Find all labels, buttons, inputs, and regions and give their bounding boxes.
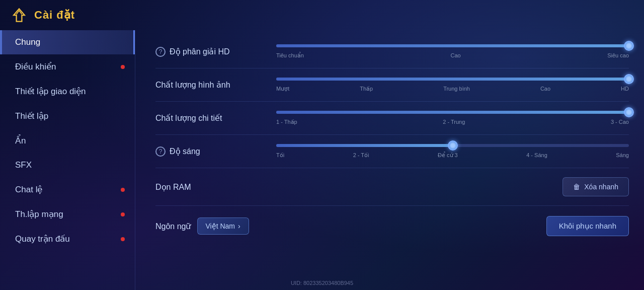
logo-icon — [10, 6, 28, 24]
sidebar-label-dieu-khien: Điều khiển — [15, 62, 56, 71]
brightness-label-0: Tối — [276, 152, 284, 159]
language-section: Ngôn ngữ Việt Nam › — [155, 218, 249, 235]
brightness-slider-track[interactable] — [276, 144, 629, 147]
detail-quality-slider-fill — [276, 111, 629, 114]
image-quality-row: Chất lượng hình ảnh Mượt Thấp Trung bình… — [155, 68, 629, 102]
sidebar-item-chat-le[interactable]: Chat lệ — [0, 177, 135, 202]
notification-dot-th-lap-mang — [121, 212, 125, 216]
clean-ram-label: Xóa nhanh — [584, 183, 618, 191]
resolution-row: ? Độ phân giải HD Tiêu chuẩn Cao Siêu ca… — [155, 35, 629, 68]
sidebar-item-thiet-lap-giao-dien[interactable]: Thiết lập giao diện — [0, 79, 135, 104]
sidebar-item-th-lap-mang[interactable]: Th.lập mạng — [0, 202, 135, 227]
resolution-slider-fill — [276, 44, 629, 47]
brightness-slider-thumb[interactable] — [448, 140, 458, 151]
detail-quality-slider-container: 1 - Thấp 2 - Trung 3 - Cao — [276, 111, 629, 125]
image-quality-slider-track[interactable] — [276, 78, 629, 81]
detail-quality-slider-track[interactable] — [276, 111, 629, 114]
brightness-label: Độ sáng — [170, 147, 200, 156]
sidebar-item-chung[interactable]: Chung — [0, 30, 135, 54]
sidebar-label-quay-tran-dau: Quay trận đấu — [15, 234, 70, 244]
detail-quality-label-1: 2 - Trung — [443, 119, 465, 125]
image-quality-label: Chất lượng hình ảnh — [155, 80, 230, 90]
brightness-label-4: Sáng — [616, 152, 629, 159]
brightness-slider-labels: Tối 2 - Tối Để cứ 3 4 - Sáng Sáng — [276, 152, 629, 159]
language-value: Việt Nam — [206, 222, 235, 230]
sidebar-item-quay-tran-dau[interactable]: Quay trận đấu — [0, 227, 135, 251]
header: Cài đặt — [0, 0, 644, 30]
ram-label-container: Dọn RAM — [155, 182, 270, 192]
image-quality-label-3: Cao — [540, 86, 550, 92]
main-content: Chung Điều khiển Thiết lập giao diện Thi… — [0, 30, 644, 290]
notification-dot-chat-le — [121, 188, 125, 192]
brightness-slider-container: Tối 2 - Tối Để cứ 3 4 - Sáng Sáng — [276, 144, 629, 159]
brightness-row: ? Độ sáng Tối 2 - Tối Để cứ 3 4 - Sáng S… — [155, 135, 629, 168]
sidebar-label-chung: Chung — [15, 37, 40, 47]
detail-quality-slider-thumb[interactable] — [624, 107, 634, 117]
language-arrow-icon: › — [238, 222, 240, 230]
detail-quality-label: Chất lượng chi tiết — [155, 113, 222, 123]
resolution-label-2: Siêu cao — [607, 52, 629, 59]
trash-icon: 🗑 — [573, 183, 580, 191]
brightness-label-3: 4 - Sáng — [526, 152, 547, 159]
brightness-label-container: ? Độ sáng — [155, 147, 266, 157]
restore-label: Khôi phục nhanh — [559, 222, 616, 230]
sidebar-item-dieu-khien[interactable]: Điều khiển — [0, 54, 135, 79]
resolution-slider-thumb[interactable] — [624, 41, 634, 51]
language-button[interactable]: Việt Nam › — [197, 218, 249, 235]
content-panel: ? Độ phân giải HD Tiêu chuẩn Cao Siêu ca… — [135, 30, 644, 290]
sidebar-label-an: Ẩn — [15, 136, 26, 146]
detail-quality-label-2: 3 - Cao — [611, 119, 629, 125]
resolution-label-0: Tiêu chuẩn — [276, 52, 304, 59]
notification-dot-quay-tran-dau — [121, 237, 125, 241]
uid-text: UID: 802335203480B945 — [291, 280, 353, 286]
notification-dot — [121, 65, 125, 69]
resolution-slider-container: Tiêu chuẩn Cao Siêu cao — [276, 44, 629, 59]
sidebar-item-an[interactable]: Ẩn — [0, 128, 135, 153]
sidebar-item-sfx[interactable]: SFX — [0, 153, 135, 177]
image-quality-slider-thumb[interactable] — [624, 74, 634, 84]
image-quality-slider-container: Mượt Thấp Trung bình Cao HD — [276, 78, 629, 92]
image-quality-label-0: Mượt — [276, 86, 289, 92]
restore-button[interactable]: Khôi phục nhanh — [546, 216, 629, 236]
sidebar-label-thiet-lap-giao-dien: Thiết lập giao diện — [15, 87, 86, 96]
sidebar-label-chat-le: Chat lệ — [15, 185, 42, 194]
resolution-label-1: Cao — [450, 52, 460, 59]
ram-label: Dọn RAM — [155, 182, 191, 192]
resolution-slider-labels: Tiêu chuẩn Cao Siêu cao — [276, 52, 629, 59]
brightness-help-icon[interactable]: ? — [155, 147, 166, 157]
image-quality-label-2: Trung bình — [443, 86, 470, 92]
sidebar: Chung Điều khiển Thiết lập giao diện Thi… — [0, 30, 135, 290]
resolution-label: Độ phân giải HD — [170, 47, 230, 56]
sidebar-label-th-lap-mang: Th.lập mạng — [15, 209, 63, 219]
image-quality-label-4: HD — [621, 86, 629, 92]
page-title: Cài đặt — [34, 9, 75, 22]
footer-row: Ngôn ngữ Việt Nam › Khôi phục nhanh — [155, 206, 629, 241]
image-quality-slider-fill — [276, 78, 629, 81]
language-label: Ngôn ngữ — [155, 222, 191, 231]
ram-row: Dọn RAM 🗑 Xóa nhanh — [155, 168, 629, 206]
clean-ram-button[interactable]: 🗑 Xóa nhanh — [562, 177, 629, 196]
resolution-help-icon[interactable]: ? — [155, 47, 166, 57]
detail-quality-row: Chất lượng chi tiết 1 - Thấp 2 - Trung 3… — [155, 102, 629, 135]
image-quality-label-1: Thấp — [360, 86, 373, 92]
brightness-slider-fill — [276, 144, 453, 147]
brightness-label-1: 2 - Tối — [353, 152, 369, 159]
sidebar-item-thiet-lap[interactable]: Thiết lập — [0, 104, 135, 128]
sidebar-label-sfx: SFX — [15, 160, 32, 170]
sidebar-label-thiet-lap: Thiết lập — [15, 111, 48, 121]
image-quality-label-container: Chất lượng hình ảnh — [155, 80, 266, 90]
resolution-slider-track[interactable] — [276, 44, 629, 47]
detail-quality-slider-labels: 1 - Thấp 2 - Trung 3 - Cao — [276, 119, 629, 125]
resolution-label-container: ? Độ phân giải HD — [155, 47, 266, 57]
brightness-label-2: Để cứ 3 — [438, 152, 458, 159]
detail-quality-label-container: Chất lượng chi tiết — [155, 113, 266, 123]
detail-quality-label-0: 1 - Thấp — [276, 119, 297, 125]
image-quality-slider-labels: Mượt Thấp Trung bình Cao HD — [276, 86, 629, 92]
app-container: Cài đặt Chung Điều khiển Thiết lập giao … — [0, 0, 644, 290]
